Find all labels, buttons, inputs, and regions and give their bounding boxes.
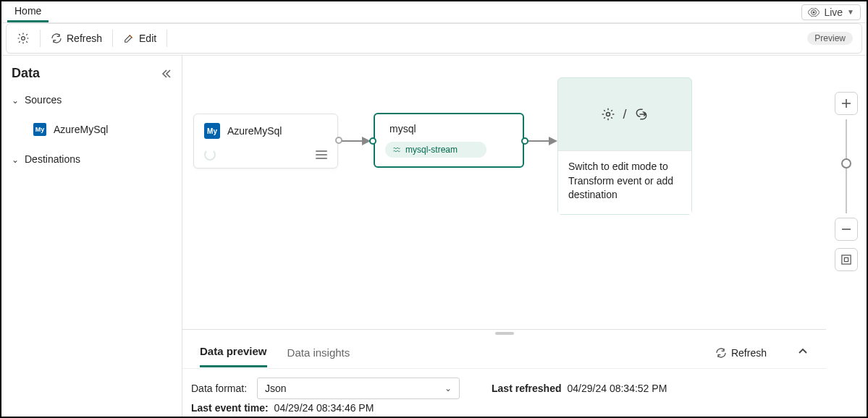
svg-rect-9 <box>844 257 848 261</box>
spinner-icon <box>204 149 216 161</box>
eye-icon <box>808 8 819 17</box>
sidebar: Data ⌄ Sources My AzureMySql ⌄ Destinati… <box>1 56 182 417</box>
node-stream-title: mysql <box>385 123 513 135</box>
svg-point-4 <box>607 113 610 116</box>
mysql-icon: My <box>33 123 46 136</box>
data-format-select[interactable]: Json ⌄ <box>257 378 460 399</box>
node-output-port[interactable] <box>521 137 528 145</box>
last-refreshed-value: 04/29/24 08:34:52 PM <box>568 383 667 394</box>
chevron-down-icon: ⌄ <box>12 155 19 165</box>
refresh-icon <box>715 347 727 359</box>
data-format-label: Data format: <box>191 383 247 394</box>
settings-button[interactable] <box>9 27 37 49</box>
node-destination-placeholder[interactable]: / Switch to edit mode to Transform event… <box>557 77 692 215</box>
node-input-port[interactable] <box>369 137 376 145</box>
chevron-down-icon: ⌄ <box>12 95 19 106</box>
sidebar-group-destinations[interactable]: ⌄ Destinations <box>12 150 172 168</box>
edit-icon <box>123 33 135 44</box>
node-stream[interactable]: mysql mysql-stream <box>374 113 524 168</box>
tab-home[interactable]: Home <box>7 1 49 22</box>
sidebar-group-destinations-label: Destinations <box>25 153 80 165</box>
sidebar-item-label: AzureMySql <box>54 124 108 135</box>
data-panel: Data preview Data insights Refresh Data <box>182 329 826 417</box>
svg-point-0 <box>813 11 815 13</box>
stream-pill[interactable]: mysql-stream <box>385 142 486 158</box>
zoom-out-button[interactable] <box>835 218 858 241</box>
refresh-button-label: Refresh <box>67 33 102 44</box>
zoom-in-button[interactable] <box>835 92 858 115</box>
gear-icon <box>17 32 30 45</box>
refresh-icon <box>51 33 62 44</box>
chevron-down-icon: ▼ <box>847 8 854 16</box>
preview-badge: Preview <box>807 32 853 45</box>
live-mode-dropdown[interactable]: Live ▼ <box>801 4 861 20</box>
mysql-icon: My <box>204 123 220 139</box>
expand-panel-button[interactable] <box>797 346 809 359</box>
node-destination-message: Switch to edit mode to Transform event o… <box>558 150 691 214</box>
tab-data-insights[interactable]: Data insights <box>287 339 350 367</box>
data-panel-refresh-label: Refresh <box>731 347 767 359</box>
zoom-rail <box>826 56 867 417</box>
node-menu-button[interactable] <box>316 150 327 159</box>
pipeline-canvas[interactable]: My AzureMySql mysql <box>182 56 826 329</box>
node-source-title: AzureMySql <box>227 125 282 137</box>
svg-rect-8 <box>842 255 851 264</box>
transform-icon <box>601 107 615 121</box>
live-mode-label: Live <box>824 7 843 18</box>
refresh-button[interactable]: Refresh <box>43 28 109 48</box>
panel-drag-handle[interactable] <box>182 330 826 337</box>
tab-home-label: Home <box>14 5 41 17</box>
zoom-slider-handle[interactable] <box>841 158 851 169</box>
stream-pill-label: mysql-stream <box>405 145 458 155</box>
edit-button[interactable]: Edit <box>116 28 164 48</box>
node-source[interactable]: My AzureMySql <box>193 114 338 169</box>
tab-data-preview[interactable]: Data preview <box>200 338 267 367</box>
output-icon <box>634 107 649 121</box>
edit-button-label: Edit <box>139 33 156 44</box>
icon-separator: / <box>623 107 626 122</box>
stream-icon <box>392 145 401 154</box>
sidebar-item-azuremysql[interactable]: My AzureMySql <box>12 119 172 140</box>
last-refreshed-label: Last refreshed <box>492 383 561 394</box>
fit-to-screen-button[interactable] <box>835 248 858 271</box>
sidebar-group-sources-label: Sources <box>25 94 62 106</box>
sidebar-title: Data <box>12 66 40 81</box>
zoom-slider[interactable] <box>846 119 847 213</box>
data-format-value: Json <box>265 383 287 394</box>
collapse-sidebar-button[interactable] <box>160 68 172 80</box>
last-event-time-label: Last event time: <box>191 402 269 414</box>
last-event-time-value: 04/29/24 08:34:46 PM <box>274 402 374 414</box>
sidebar-group-sources[interactable]: ⌄ Sources <box>12 91 172 108</box>
svg-point-1 <box>22 37 25 40</box>
chevron-down-icon: ⌄ <box>444 383 452 393</box>
node-output-port[interactable] <box>335 137 342 144</box>
data-panel-refresh-button[interactable]: Refresh <box>715 347 767 359</box>
